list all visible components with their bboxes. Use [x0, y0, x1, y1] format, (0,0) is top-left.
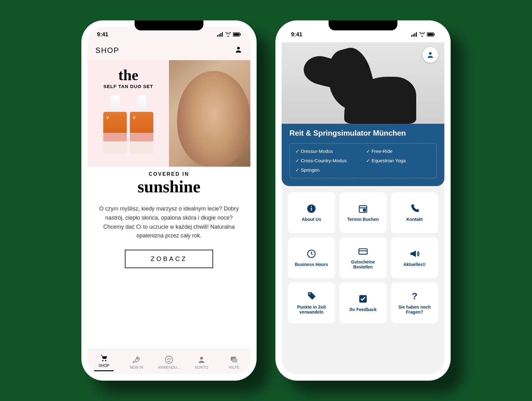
person-icon	[197, 355, 206, 364]
svg-point-9	[105, 360, 106, 361]
svg-point-34	[309, 293, 310, 294]
svg-rect-20	[416, 32, 417, 37]
tile-termin[interactable]: Termin Buchen	[340, 192, 387, 233]
tab-newin[interactable]: NEW IN	[120, 350, 153, 374]
phone-screen: 9:41 SHOP the SELF TAN DUO SET	[88, 27, 250, 374]
tagline-covered: COVERED IN	[88, 171, 250, 177]
tile-fragen[interactable]: ? Sie haben noch Fragen?	[391, 283, 438, 323]
svg-rect-22	[427, 33, 433, 36]
tile-label: Punkte in Zeit verwandeln	[290, 305, 333, 315]
svg-rect-1	[219, 34, 220, 37]
battery-icon	[427, 32, 435, 37]
wifi-icon	[419, 32, 425, 37]
feature-item: Free-Ride	[366, 148, 431, 154]
tagline-block: COVERED IN sunshine	[88, 167, 250, 198]
tile-feedback[interactable]: Ihr Feedback	[340, 283, 387, 323]
hero-description: O czym myślisz, kiedy marzysz o idealnym…	[88, 198, 250, 247]
svg-point-7	[237, 47, 240, 49]
tile-punkte[interactable]: Punkte in Zeit verwandeln	[288, 283, 335, 323]
svg-rect-18	[413, 34, 414, 37]
tile-label: Termin Buchen	[347, 217, 379, 222]
tagline-sunshine: sunshine	[88, 177, 250, 196]
tile-gutscheine[interactable]: Gutscheine Bestellen	[340, 237, 387, 278]
phone-screen: 9:41 Reit & Springsimulator München Dres…	[282, 27, 444, 374]
svg-point-14	[200, 357, 203, 359]
bottle-2	[130, 95, 153, 155]
svg-rect-30	[363, 209, 366, 211]
profile-button[interactable]	[422, 47, 438, 63]
header-title: SHOP	[95, 46, 119, 55]
tag-icon	[306, 291, 316, 301]
tab-shop[interactable]: SHOP	[88, 350, 120, 374]
app-title: Reit & Springsimulator München	[289, 129, 437, 138]
menu-grid: About Us Termin Buchen Kontakt Business …	[282, 186, 444, 330]
hero-image	[282, 42, 444, 124]
clock-icon	[306, 249, 316, 259]
tile-label: Sie haben noch Fragen?	[393, 305, 436, 315]
svg-rect-6	[240, 34, 241, 35]
wifi-icon	[225, 32, 231, 37]
bullhorn-icon	[410, 249, 420, 259]
product-bottles	[103, 95, 153, 155]
svg-text:?: ?	[412, 291, 417, 301]
status-time: 9:41	[291, 31, 302, 38]
tab-label: HILFE	[229, 365, 239, 370]
horse-graphic	[285, 49, 416, 124]
tile-label: Business Hours	[295, 262, 328, 267]
feature-item: Dressur-Modus	[295, 148, 360, 154]
svg-rect-17	[411, 35, 412, 37]
svg-rect-5	[233, 33, 239, 36]
cart-icon	[100, 353, 108, 362]
svg-rect-0	[217, 35, 218, 37]
phone-notch	[135, 20, 203, 30]
status-time: 9:41	[97, 31, 108, 38]
tab-label: SHOP	[99, 363, 109, 368]
feature-item: Springen	[295, 167, 360, 173]
tile-label: Aktuelles!!	[403, 262, 426, 267]
hero-banner[interactable]: the SELF TAN DUO SET	[88, 60, 250, 167]
tab-konto[interactable]: KONTO	[185, 350, 218, 374]
svg-rect-26	[311, 208, 312, 211]
tab-anwendung[interactable]: ANWENDU...	[153, 350, 185, 374]
svg-rect-32	[359, 249, 367, 254]
hero-left: the SELF TAN DUO SET	[88, 60, 169, 167]
tile-hours[interactable]: Business Hours	[288, 237, 335, 278]
status-icons	[411, 32, 435, 37]
tile-kontakt[interactable]: Kontakt	[391, 192, 438, 233]
card-icon	[358, 246, 368, 256]
rocket-icon	[132, 355, 141, 364]
svg-point-13	[170, 358, 170, 359]
chat-icon	[230, 355, 238, 364]
phone-mockup-shop: 9:41 SHOP the SELF TAN DUO SET	[81, 20, 257, 381]
cta-button[interactable]: ZOBACZ	[125, 250, 213, 268]
tile-label: Ihr Feedback	[350, 307, 376, 312]
status-icons	[217, 32, 241, 37]
tile-aktuelles[interactable]: Aktuelles!!	[391, 237, 438, 278]
smile-icon	[165, 355, 173, 364]
feature-item: Equestrian Yoga	[366, 158, 431, 164]
svg-point-10	[137, 358, 138, 359]
hero-the: the	[118, 66, 138, 84]
tab-label: NEW IN	[130, 365, 143, 370]
header: SHOP	[88, 42, 250, 60]
tile-label: Gutscheine Bestellen	[342, 259, 384, 269]
tab-label: KONTO	[195, 365, 208, 370]
svg-rect-2	[220, 33, 221, 37]
svg-rect-16	[232, 358, 237, 362]
tile-about[interactable]: About Us	[288, 192, 335, 233]
phone-notch	[329, 20, 397, 30]
profile-icon[interactable]	[234, 45, 243, 55]
phone-mockup-reit: 9:41 Reit & Springsimulator München Dres…	[275, 20, 451, 381]
battery-icon	[233, 32, 241, 37]
svg-rect-3	[222, 32, 223, 37]
feature-item: Cross-Country-Modus	[295, 158, 360, 164]
calendar-icon	[358, 204, 368, 214]
question-icon: ?	[410, 291, 420, 301]
signal-icon	[411, 32, 417, 37]
tab-hilfe[interactable]: HILFE	[218, 350, 250, 374]
svg-rect-23	[434, 34, 435, 35]
tab-bar: SHOP NEW IN ANWENDU... KONTO HILFE	[88, 349, 250, 374]
feature-list: Dressur-Modus Free-Ride Cross-Country-Mo…	[289, 143, 437, 178]
person-icon	[426, 51, 434, 59]
svg-point-24	[429, 52, 432, 55]
